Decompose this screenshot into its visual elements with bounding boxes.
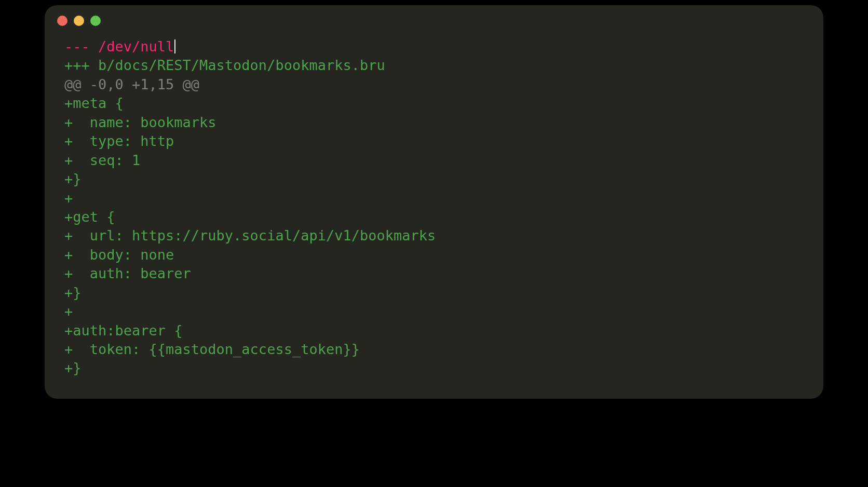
diff-line: +auth:bearer { bbox=[64, 321, 804, 340]
diff-line: + auth: bearer bbox=[64, 264, 804, 283]
diff-line: +meta { bbox=[64, 94, 804, 113]
diff-line: @@ -0,0 +1,15 @@ bbox=[64, 75, 804, 94]
diff-line: + bbox=[64, 302, 804, 321]
diff-line: + seq: 1 bbox=[64, 151, 804, 170]
diff-line: + type: http bbox=[64, 132, 804, 151]
window-titlebar bbox=[45, 5, 823, 31]
diff-line: + bbox=[64, 189, 804, 208]
diff-line: +get { bbox=[64, 208, 804, 226]
diff-line: --- /dev/null bbox=[64, 37, 804, 56]
diff-line: +++ b/docs/REST/Mastodon/bookmarks.bru bbox=[64, 56, 804, 75]
diff-line: + token: {{mastodon_access_token}} bbox=[64, 340, 804, 359]
terminal-window: --- /dev/null+++ b/docs/REST/Mastodon/bo… bbox=[45, 5, 823, 399]
diff-content: --- /dev/null+++ b/docs/REST/Mastodon/bo… bbox=[45, 31, 823, 399]
diff-line: + body: none bbox=[64, 246, 804, 264]
diff-line: +} bbox=[64, 359, 804, 377]
diff-line: +} bbox=[64, 170, 804, 188]
zoom-icon[interactable] bbox=[90, 16, 101, 26]
close-icon[interactable] bbox=[57, 16, 67, 26]
text-cursor bbox=[174, 39, 175, 53]
diff-line: +} bbox=[64, 283, 804, 302]
minimize-icon[interactable] bbox=[74, 16, 84, 26]
diff-line: + name: bookmarks bbox=[64, 113, 804, 132]
diff-line: + url: https://ruby.social/api/v1/bookma… bbox=[64, 226, 804, 245]
